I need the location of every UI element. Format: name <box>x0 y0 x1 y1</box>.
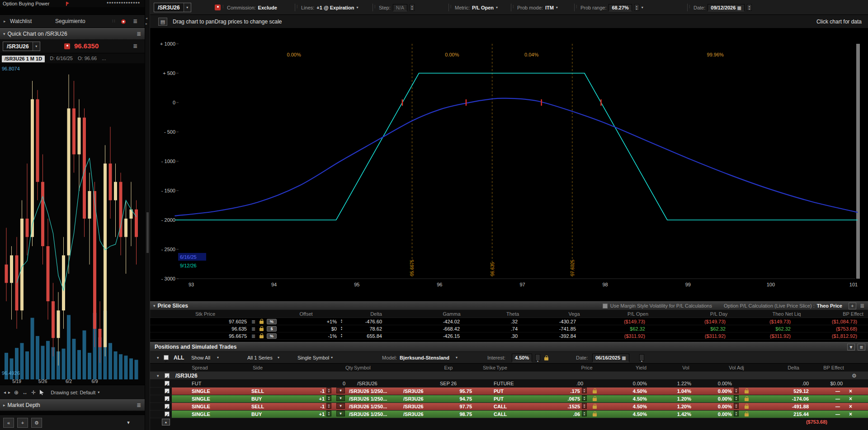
positions-calendar-icon[interactable]: ▦ <box>622 355 626 360</box>
panel-splitter[interactable]: ◂ ▸ <box>145 0 150 430</box>
remove-row-button[interactable]: × <box>849 395 852 403</box>
alerts-icon[interactable] <box>121 19 126 24</box>
slice-menu-icon[interactable]: ≣ <box>251 318 255 325</box>
show-all-caret-icon[interactable]: ▾ <box>217 352 219 364</box>
interest-stepper[interactable] <box>535 354 540 361</box>
price-slice-row[interactable]: 95.6675≣%-1%655.84-426.15.30-392.84($311… <box>150 332 868 340</box>
remove-row-button[interactable]: × <box>849 411 852 418</box>
position-row-buy-94.75-put[interactable]: SINGLEBUY+1▾/SR3U26 1/250.../SR3U2694.75… <box>150 395 868 403</box>
step-value[interactable]: N/A <box>393 4 407 11</box>
quick-chart-menu-icon[interactable]: ≣ <box>137 31 141 37</box>
splitter-left-icon[interactable]: ◂ <box>146 16 147 20</box>
watchlist-name-tab[interactable]: Seguimiento <box>55 15 85 28</box>
mini-chart-title[interactable]: /SR3U26 1 M 1D <box>2 56 45 62</box>
date-value-box[interactable]: 09/12/2026 ▦ <box>708 4 745 11</box>
risk-profile-chart[interactable]: + 1000+ 5000- 500- 1000- 1500- 2000- 250… <box>150 28 868 301</box>
chart-style-icon[interactable]: ▤ <box>158 18 167 26</box>
metric-caret-icon[interactable]: ▾ <box>496 5 498 9</box>
add-gadget-icon[interactable]: + <box>17 418 28 428</box>
qty-stepper[interactable] <box>326 388 331 393</box>
pl-calc-value[interactable]: Theo Price <box>817 303 842 308</box>
remove-row-button[interactable]: × <box>849 403 852 411</box>
price-slices-menu-icon[interactable]: ≣ <box>860 303 864 309</box>
row-checkbox[interactable] <box>165 411 170 416</box>
collapse-down-icon[interactable]: ▾ <box>123 418 134 428</box>
minimize-row-button[interactable]: — <box>835 403 840 411</box>
commission-value[interactable]: Exclude <box>258 5 277 10</box>
date-setting[interactable]: Date: 09/12/2026 ▦ <box>693 0 752 15</box>
prob-range-value[interactable]: 68.27% <box>609 4 632 11</box>
series-filter[interactable]: All 1 Series <box>247 352 273 364</box>
symbol-mode-filter[interactable]: Single Symbol <box>297 352 329 364</box>
position-row-future[interactable]: FUT0/SR3U26SEP 26FUTURE.000.00%1.22%0.00… <box>150 380 868 388</box>
analyze-data-status-icon[interactable] <box>215 5 221 10</box>
chart-scrollbar[interactable] <box>856 44 860 279</box>
symbol-row-menu-icon[interactable]: ≣ <box>133 43 137 49</box>
model-caret-icon[interactable]: ▾ <box>456 352 458 364</box>
prob-range-caret-icon[interactable]: ▾ <box>642 5 643 9</box>
lines-caret-icon[interactable]: ▾ <box>357 5 359 9</box>
symbol-mode-caret-icon[interactable]: ▾ <box>331 352 333 364</box>
metric-setting[interactable]: Metric: P/L Open ▾ <box>455 0 498 15</box>
drag-grip-icon[interactable]: ∷ <box>112 15 115 28</box>
calendar-icon[interactable]: ▦ <box>737 5 741 10</box>
prob-mode-caret-icon[interactable]: ▾ <box>556 5 558 9</box>
settings-gear-icon[interactable]: ⚙ <box>31 418 42 428</box>
scroll-to-top-button[interactable]: ▲ <box>162 419 170 425</box>
interest-lock-icon[interactable] <box>544 357 548 360</box>
metric-value[interactable]: P/L Open <box>472 5 494 10</box>
positions-collapse-icon[interactable]: ▼ <box>847 344 855 351</box>
analyze-symbol-input[interactable]: /SR3U26 ▾ <box>154 3 191 12</box>
market-depth-header[interactable]: ▸ Market Depth ≣ <box>0 399 145 411</box>
minimize-row-button[interactable]: — <box>835 388 840 395</box>
interest-value[interactable]: 4.50% <box>512 354 532 362</box>
all-checkbox[interactable] <box>164 355 169 360</box>
row-dropdown-icon[interactable]: ▾ <box>336 395 345 401</box>
group-gear-icon[interactable]: ⚙ <box>852 372 857 380</box>
qty-stepper[interactable] <box>326 395 331 401</box>
margin-volatility-checkbox[interactable] <box>603 304 608 308</box>
show-all-filter[interactable]: Show All <box>191 352 210 364</box>
zoom-icon[interactable]: ⊕ <box>14 389 19 396</box>
pan-right-icon[interactable]: ▸ <box>8 390 10 395</box>
crosshair-icon[interactable]: ✛ <box>31 389 36 396</box>
symbol-dropdown-icon[interactable]: ▾ <box>33 42 40 51</box>
positions-menu-icon[interactable]: ≣ <box>858 344 865 351</box>
symbol-input[interactable]: /SR3U26 ▾ <box>3 42 40 51</box>
lines-value[interactable]: +1 @ Expiration <box>316 5 354 10</box>
remove-row-button[interactable]: × <box>849 388 852 395</box>
pan-mode-icon[interactable]: ↔ <box>22 389 28 396</box>
watchlist-menu-icon[interactable]: ≣ <box>133 15 137 28</box>
group-checkbox[interactable] <box>165 373 170 378</box>
add-price-slice-button[interactable]: + <box>849 303 856 309</box>
position-row-sell-95.75-put[interactable]: SINGLESELL-1▾/SR3U26 1/250.../SR3U2695.7… <box>150 388 868 395</box>
commission-setting[interactable]: Commission: Exclude <box>227 0 277 15</box>
mini-chart-more[interactable]: ... <box>102 56 106 61</box>
prob-range-stepper[interactable] <box>634 4 639 11</box>
qty-stepper[interactable] <box>326 411 331 416</box>
market-depth-expander-icon[interactable]: ▸ <box>3 403 5 407</box>
minimize-row-button[interactable]: — <box>835 411 840 418</box>
slice-menu-icon[interactable]: ≣ <box>251 325 255 332</box>
all-label[interactable]: ALL <box>174 352 184 364</box>
row-checkbox[interactable] <box>165 396 170 401</box>
collapse-panel-icon[interactable]: « <box>3 418 14 428</box>
minimize-row-button[interactable]: — <box>835 395 840 403</box>
market-depth-menu-icon[interactable]: ≣ <box>137 402 141 408</box>
position-row-sell-97.75-call[interactable]: SINGLESELL-1▾/SR3U26 1/250.../SR3U2697.7… <box>150 403 868 411</box>
slice-menu-icon[interactable]: ≣ <box>251 332 255 340</box>
row-checkbox[interactable] <box>165 381 170 386</box>
prob-mode-setting[interactable]: Prob mode: ITM ▾ <box>517 0 558 15</box>
drawing-set-selector[interactable]: Drawing set: Default <box>51 390 95 395</box>
price-slices-collapse-icon[interactable]: ▾ <box>153 304 156 308</box>
price-slice-row[interactable]: 97.6025≣%+1%-476.60-424.02.32-430.27($14… <box>150 318 868 325</box>
mini-candlestick-chart[interactable]: 96.807496.49265/195/266/26/9 <box>0 63 145 385</box>
positions-date-value[interactable]: 06/16/2025 ▦ <box>592 354 629 362</box>
watchlist-tab[interactable]: Watchlist <box>10 15 32 28</box>
pan-left-icon[interactable]: ◂ <box>4 390 6 395</box>
splitter-scroll-thumb[interactable] <box>146 212 149 253</box>
splitter-right-icon[interactable]: ▸ <box>146 22 147 26</box>
series-caret-icon[interactable]: ▾ <box>278 352 279 364</box>
prob-mode-value[interactable]: ITM <box>545 5 554 10</box>
drawing-set-caret-icon[interactable]: ▾ <box>98 390 99 394</box>
